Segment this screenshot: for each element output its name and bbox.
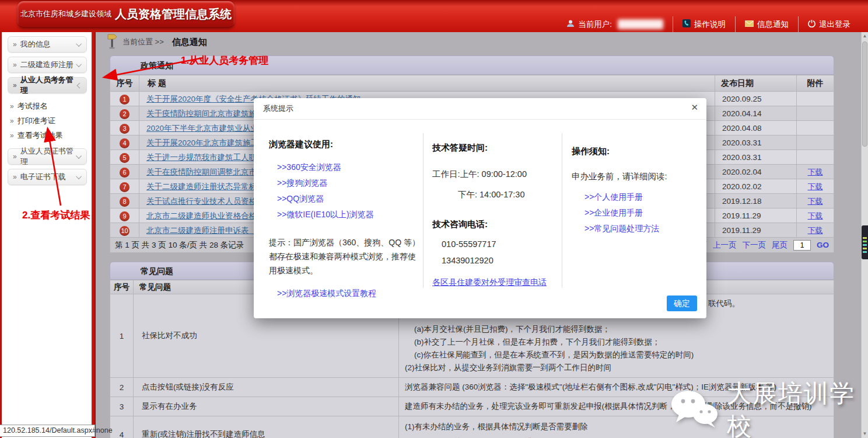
- col-header-title: 标 题: [139, 75, 715, 92]
- current-user: 当前用户:: [557, 16, 673, 32]
- faq-answer-line: (a)本月交社保(并且已扣费)，下个月我们才能得到数据；: [405, 323, 828, 336]
- sidebar-item[interactable]: »电子证书下载: [8, 169, 87, 185]
- operation-guide-button[interactable]: 操作说明: [673, 16, 735, 32]
- publish-date: 2019.11.29: [715, 208, 797, 223]
- app-title-main: 人员资格管理信息系统: [115, 6, 232, 22]
- row-number-badge: 5: [120, 153, 130, 163]
- floating-side-widget[interactable]: [862, 225, 868, 259]
- manual-link[interactable]: >>常见问题处理方法: [584, 221, 699, 237]
- browser-link[interactable]: >>QQ浏览器: [269, 191, 422, 207]
- breadcrumb-location-label: 当前位置 >>: [123, 37, 164, 47]
- chevron-icon: [76, 41, 82, 47]
- modal-notice-column: 操作须知: 申办业务前，请详细阅读: >>个人使用手册>>企业使用手册>>常见问…: [572, 146, 699, 237]
- prev-page-link[interactable]: 上一页: [713, 240, 737, 251]
- sidebar-item[interactable]: »从业人员考务管理: [8, 77, 87, 93]
- faq-answer-line: (b)补交了上一个月社保，但是在本月扣费，下个月我们才能得到数据；: [405, 336, 828, 349]
- publish-date: 2020.03.31: [715, 150, 797, 165]
- info-notice-label: 信息通知: [757, 19, 789, 30]
- sidebar-item-label: 从业人员考务管理: [20, 75, 78, 96]
- info-notice-button[interactable]: 信息通知: [735, 16, 798, 32]
- row-number-badge: 9: [120, 211, 130, 221]
- faq-question: 重新(或注销)注册找不到建造师信息: [134, 416, 399, 438]
- ok-button[interactable]: 确定: [667, 296, 697, 311]
- sidebar-item-label: 电子证书下载: [20, 172, 66, 182]
- page-summary: 第 1 页 共 3 页 10 条/页 共 28 条记录: [115, 240, 244, 251]
- logout-button[interactable]: 退出登录: [798, 16, 860, 32]
- faq-answer-line: 浏览器兼容问题 (360浏览器：选择"极速模式"(地址栏右侧有个图标,改成"闪电…: [405, 381, 828, 394]
- signpost-icon: [106, 33, 118, 51]
- go-button[interactable]: GO: [817, 241, 829, 249]
- publish-date: 2020.04.14: [715, 106, 797, 121]
- sidebar-item[interactable]: »打印准考证: [10, 116, 87, 126]
- row-number-badge: 6: [120, 168, 130, 178]
- publish-date: 2020.03.31: [715, 135, 797, 150]
- browser-note: 提示：国产浏览器（360、搜狗、QQ 等） 都存在极速和兼容两种模式浏览，推荐使…: [269, 235, 422, 277]
- browser-link[interactable]: >>微软IE(IE10以上)浏览器: [269, 207, 422, 223]
- support-phone-2: 13439012920: [432, 256, 557, 265]
- modal-support-column: 技术答疑时间: 工作日:上午: 09:00-12:00 下午: 14:00-17…: [432, 142, 557, 290]
- sidebar-item[interactable]: »我的信息: [8, 36, 87, 53]
- sidebar-item-label: 我的信息: [20, 39, 51, 50]
- double-chevron-icon: »: [13, 152, 17, 161]
- faq-answer-line: (1)有未办结的业务，根据具体情况判断是否需要删除: [405, 419, 828, 434]
- col-header-attachment: 附件: [797, 75, 834, 92]
- operation-guide-label: 操作说明: [694, 19, 726, 30]
- sidebar-item[interactable]: »二级建造师注册: [8, 57, 87, 73]
- modal-title: 系统提示: [254, 98, 706, 120]
- faq-answer-line: 建造师有未办结的业务，处理完该业务即可重新发起申报(根据具体情况判断，是否需要删…: [405, 400, 828, 413]
- modal-browser-column: 浏览器建议使用: >>360安全浏览器>>搜狗浏览器>>QQ浏览器>>微软IE(…: [269, 139, 422, 301]
- header-nav: 当前用户: 操作说明 信息通知 退出登录: [557, 16, 860, 32]
- download-link[interactable]: 下载: [808, 211, 823, 220]
- browser-link[interactable]: >>搜狗浏览器: [269, 175, 422, 191]
- scroll-down-icon[interactable]: ▼: [862, 430, 868, 438]
- publish-date: 2019.12.18: [715, 194, 797, 208]
- sidebar-item[interactable]: »从业人员证书管理: [8, 148, 87, 165]
- faq-answer-line: (2)个人信息中的企业组织机构代码错了: [405, 434, 828, 438]
- download-link[interactable]: 下载: [808, 168, 823, 176]
- col-header-no: 序号: [110, 75, 139, 92]
- breadcrumb: 当前位置 >> 信息通知: [106, 33, 207, 51]
- double-chevron-icon: »: [13, 81, 17, 89]
- download-link[interactable]: 下载: [808, 197, 823, 206]
- next-page-link[interactable]: 下一页: [742, 240, 766, 251]
- faq-row: 2点击按钮(或链接)没有反应浏览器兼容问题 (360浏览器：选择"极速模式"(地…: [110, 378, 834, 397]
- annotation-step2: 2.查看考试结果: [22, 208, 90, 222]
- download-link[interactable]: 下载: [808, 226, 823, 235]
- scrollbar-thumb[interactable]: [862, 41, 867, 147]
- scroll-up-icon[interactable]: ▲: [862, 32, 868, 40]
- power-icon: [808, 20, 816, 29]
- speed-mode-tutorial-link[interactable]: >>浏览器极速模式设置教程: [269, 286, 422, 301]
- modal-close-icon[interactable]: ✕: [691, 102, 698, 113]
- chevron-icon: [76, 61, 82, 67]
- sidebar-item[interactable]: »查看考试结果: [10, 131, 87, 140]
- app-header: 北京市住房和城乡建设领域 人员资格管理信息系统 当前用户: 操作说明 信息通知: [0, 0, 868, 32]
- sidebar-item[interactable]: »考试报名: [10, 102, 87, 111]
- download-link[interactable]: 下载: [808, 182, 823, 191]
- support-phone-1: 010-55597717: [432, 239, 557, 249]
- app-title-prefix: 北京市住房和城乡建设领域: [20, 9, 111, 19]
- support-hours-afternoon: 下午: 14:00-17:30: [432, 189, 557, 200]
- faq-row-number: 3: [110, 397, 134, 416]
- manual-link[interactable]: >>企业使用手册: [584, 205, 699, 221]
- operation-notice-heading: 操作须知:: [572, 146, 699, 157]
- last-page-link[interactable]: 尾页: [772, 240, 788, 251]
- double-chevron-icon: »: [13, 40, 17, 48]
- double-chevron-icon: »: [13, 61, 17, 69]
- district-phone-link[interactable]: 各区县住建委对外受理审查电话: [432, 274, 557, 290]
- row-number-badge: 3: [120, 124, 130, 134]
- browser-link[interactable]: >>360安全浏览器: [269, 159, 422, 175]
- double-chevron-icon: »: [10, 102, 14, 111]
- page-input[interactable]: [793, 240, 811, 251]
- modal-divider-1: [423, 133, 424, 288]
- publish-date: 2019.11.29: [715, 223, 797, 238]
- col-header-date: 发布日期: [715, 75, 797, 92]
- logout-label: 退出登录: [819, 19, 850, 30]
- chevron-icon: [76, 173, 82, 179]
- annotation-step1: 1.从业人员考务管理: [181, 54, 268, 67]
- envelope-icon: [745, 20, 754, 29]
- manual-link[interactable]: >>个人使用手册: [584, 189, 699, 205]
- current-user-blurred: [618, 19, 663, 29]
- publish-date: 2020.04.08: [715, 121, 797, 135]
- app-title-ribbon: 北京市住房和城乡建设领域 人员资格管理信息系统: [18, 1, 235, 28]
- support-hours-morning: 工作日:上午: 09:00-12:00: [432, 169, 557, 180]
